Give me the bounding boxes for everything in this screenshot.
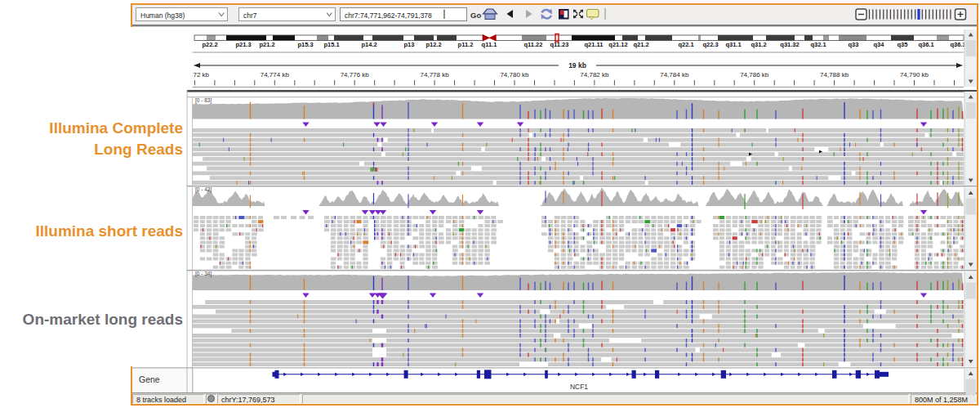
svg-text:p15.3: p15.3 — [297, 41, 313, 48]
svg-text:74,774 kb: 74,774 kb — [261, 71, 290, 78]
svg-text:q22.1: q22.1 — [678, 41, 693, 48]
svg-text:q11.23: q11.23 — [550, 41, 569, 48]
svg-text:p12.2: p12.2 — [425, 41, 441, 48]
svg-text:74,790 kb: 74,790 kb — [900, 71, 929, 78]
svg-text:p14.2: p14.2 — [361, 41, 376, 48]
svg-text:q31.32: q31.32 — [780, 41, 799, 48]
svg-text:q11.22: q11.22 — [524, 41, 543, 48]
svg-text:p11.2: p11.2 — [458, 41, 474, 48]
svg-text:74,788 kb: 74,788 kb — [820, 71, 849, 78]
svg-text:q36.1: q36.1 — [918, 41, 933, 48]
svg-text:[0 - 34]: [0 - 34] — [195, 271, 212, 277]
svg-text:q21.12: q21.12 — [608, 41, 627, 48]
svg-text:19 kb: 19 kb — [568, 61, 586, 69]
svg-text:72 kb: 72 kb — [194, 71, 210, 78]
svg-text:p21.2: p21.2 — [259, 41, 274, 48]
svg-text:74,782 kb: 74,782 kb — [580, 71, 609, 78]
svg-text:q35: q35 — [898, 41, 908, 48]
svg-text:q33: q33 — [849, 41, 859, 48]
svg-text:q34: q34 — [874, 41, 885, 48]
svg-text:[0 - 83]: [0 - 83] — [195, 97, 212, 104]
svg-text:NCF1: NCF1 — [570, 383, 588, 391]
svg-text:p13: p13 — [404, 41, 415, 48]
svg-text:p22.2: p22.2 — [202, 41, 217, 48]
svg-text:[0 - 42]: [0 - 42] — [195, 186, 212, 193]
svg-text:q36.3: q36.3 — [950, 41, 965, 48]
svg-text:74,786 kb: 74,786 kb — [740, 71, 769, 78]
svg-text:p21.3: p21.3 — [235, 41, 251, 48]
svg-text:74,778 kb: 74,778 kb — [421, 71, 450, 78]
svg-text:q31.2: q31.2 — [751, 41, 766, 48]
svg-text:74,784 kb: 74,784 kb — [660, 71, 689, 78]
svg-text:q21.11: q21.11 — [585, 41, 604, 48]
svg-text:q22.3: q22.3 — [702, 41, 718, 48]
svg-text:q11.1: q11.1 — [482, 41, 497, 48]
svg-text:74,776 kb: 74,776 kb — [341, 71, 370, 78]
svg-text:p15.1: p15.1 — [323, 41, 339, 48]
svg-text:74,780 kb: 74,780 kb — [500, 71, 529, 78]
svg-text:q32.1: q32.1 — [810, 41, 826, 48]
svg-text:q31.1: q31.1 — [725, 41, 741, 48]
svg-text:Gene: Gene — [139, 374, 160, 384]
svg-text:q21.2: q21.2 — [633, 41, 648, 48]
